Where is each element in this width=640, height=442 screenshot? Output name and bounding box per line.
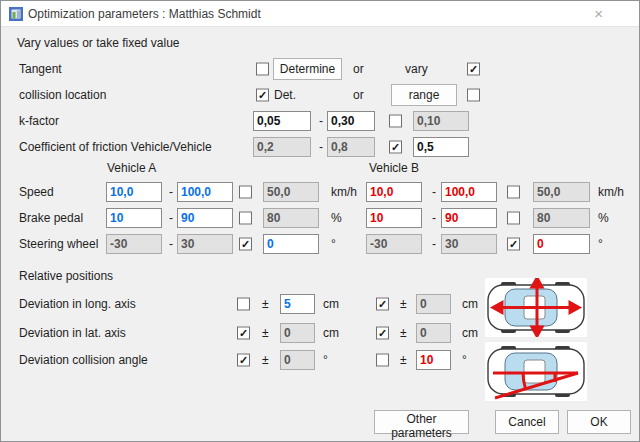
tangent-determine-checkbox[interactable] [256,63,269,76]
dev-lat-b-input [416,323,451,343]
steering-wheel-label: Steering wheel [19,237,98,251]
steering-a-unit: ° [331,237,336,251]
brake-a-unit: % [331,211,342,225]
friction-fixed-checkbox[interactable]: ✓ [389,141,402,154]
ok-button[interactable]: OK [567,410,631,434]
dev-long-a-checkbox[interactable] [237,298,250,311]
dev-lat-b-checkbox[interactable]: ✓ [376,327,389,340]
dev-angle-b-pm: ± [400,353,407,367]
title-bar: Optimization parameters : Matthias Schmi… [1,1,639,27]
range-button[interactable]: range [391,84,457,106]
brake-a-fixed-input [263,208,319,228]
brake-b-unit: % [598,211,609,225]
dev-long-a-input[interactable] [280,294,315,314]
steering-b-fixed-checkbox[interactable]: ✓ [507,238,520,251]
speed-a-fixed-input [263,182,319,202]
dev-angle-a-pm: ± [262,353,269,367]
steering-b-fixed-input[interactable] [533,234,590,254]
collision-range-checkbox[interactable] [467,89,480,102]
window-title: Optimization parameters : Matthias Schmi… [28,7,261,21]
kfactor-max-input[interactable] [327,111,375,131]
friction-label: Coefficient of friction Vehicle/Vehicle [19,140,212,154]
dev-angle-a-input [280,350,315,370]
tangent-row: Tangent Determine or vary ✓ [1,57,639,81]
brake-a-fixed-checkbox[interactable] [239,212,252,225]
det-label: Det. [274,88,296,102]
steering-b-min-input [366,234,422,254]
brake-a-max-input[interactable] [177,208,233,228]
brake-b-min-input[interactable] [366,208,422,228]
app-icon [9,7,23,21]
dev-angle-b-input[interactable] [416,350,451,370]
collision-location-row: collision location ✓ Det. or range [1,83,639,107]
brake-b-fixed-input [533,208,590,228]
dev-lat-a-checkbox[interactable]: ✓ [237,327,250,340]
car-collision-angle-image [485,342,587,401]
steering-wheel-row: Steering wheel - ✓ ° - ✓ ° [1,232,639,256]
brake-a-min-input[interactable] [106,208,162,228]
other-parameters-button[interactable]: Other parameters [374,410,469,434]
vehicle-headers-row: Vehicle A Vehicle B [1,159,639,177]
tangent-label: Tangent [19,62,62,76]
speed-a-min-input[interactable] [106,182,162,202]
dev-lat-a-unit: cm [323,326,339,340]
dev-lat-b-unit: cm [462,326,478,340]
section-header: Vary values or take fixed value [17,36,180,50]
vehicle-b-header: Vehicle B [369,161,419,175]
brake-pedal-label: Brake pedal [19,211,83,225]
deviation-long-axis-label: Deviation in long. axis [19,297,136,311]
deviation-collision-angle-label: Deviation collision angle [19,353,148,367]
speed-b-fixed-checkbox[interactable] [507,186,520,199]
brake-b-fixed-checkbox[interactable] [507,212,520,225]
speed-b-fixed-input [533,182,590,202]
speed-a-unit: km/h [331,185,357,199]
dev-long-a-unit: cm [323,297,339,311]
close-icon[interactable]: × [594,5,603,22]
vehicle-a-header: Vehicle A [107,161,156,175]
collision-location-label: collision location [19,88,106,102]
friction-range-separator: - [319,140,323,154]
speed-a-fixed-checkbox[interactable] [239,186,252,199]
dev-lat-a-input [280,323,315,343]
speed-row: Speed - km/h - km/h [1,180,639,204]
collision-or-label: or [353,88,364,102]
steering-a-min-input [106,234,162,254]
kfactor-row: k-factor - [1,109,639,133]
speed-a-max-input[interactable] [177,182,233,202]
steering-b-separator: - [432,237,436,251]
speed-b-min-input[interactable] [366,182,422,202]
dev-lat-b-pm: ± [400,326,407,340]
dev-angle-a-checkbox[interactable]: ✓ [237,354,250,367]
tangent-vary-checkbox[interactable]: ✓ [467,63,480,76]
kfactor-fixed-checkbox[interactable] [389,115,402,128]
dev-long-a-pm: ± [262,297,269,311]
dev-angle-a-unit: ° [323,353,328,367]
friction-fixed-input[interactable] [413,137,469,157]
steering-a-separator: - [169,237,173,251]
brake-pedal-row: Brake pedal - % - % [1,206,639,230]
dev-angle-b-checkbox[interactable] [376,354,389,367]
collision-det-checkbox[interactable]: ✓ [256,89,269,102]
steering-a-fixed-input[interactable] [263,234,319,254]
speed-a-separator: - [169,185,173,199]
kfactor-min-input[interactable] [253,111,311,131]
kfactor-fixed-input [413,111,469,131]
brake-a-separator: - [169,211,173,225]
deviation-lat-axis-label: Deviation in lat. axis [19,326,126,340]
brake-b-max-input[interactable] [441,208,497,228]
steering-a-max-input [177,234,233,254]
steering-a-fixed-checkbox[interactable]: ✓ [239,238,252,251]
speed-label: Speed [19,185,54,199]
kfactor-range-separator: - [319,114,323,128]
cancel-button[interactable]: Cancel [495,410,559,434]
tangent-or-label: or [353,62,364,76]
dev-long-b-checkbox[interactable]: ✓ [376,298,389,311]
dev-long-b-unit: cm [462,297,478,311]
speed-b-max-input[interactable] [441,182,497,202]
speed-b-separator: - [432,185,436,199]
brake-b-separator: - [432,211,436,225]
determine-button[interactable]: Determine [273,58,342,80]
speed-b-unit: km/h [598,185,624,199]
friction-max-input [327,137,375,157]
relative-positions-header: Relative positions [19,269,113,283]
